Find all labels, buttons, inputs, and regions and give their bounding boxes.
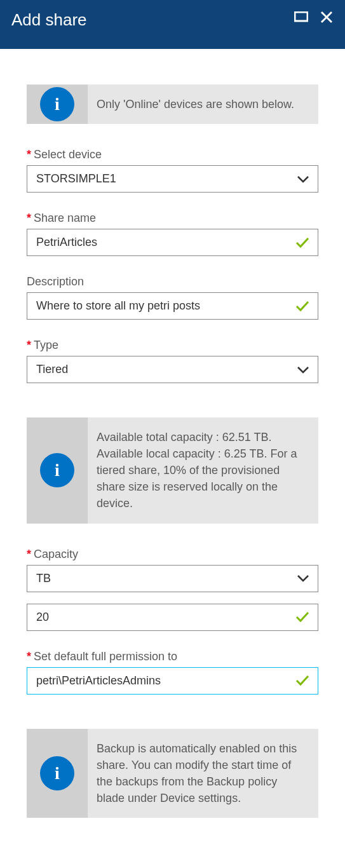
info-icon: i bbox=[40, 756, 74, 790]
description-field[interactable] bbox=[27, 292, 318, 320]
header-controls bbox=[294, 10, 334, 24]
select-device-dropdown[interactable]: STORSIMPLE1 bbox=[27, 165, 318, 193]
blade-title: Add share bbox=[11, 10, 87, 30]
info-box-online-devices: i Only 'Online' devices are shown below. bbox=[27, 85, 318, 124]
blade-content: i Only 'Online' devices are shown below.… bbox=[0, 49, 345, 831]
capacity-label: *Capacity bbox=[27, 548, 318, 561]
permission-input[interactable] bbox=[27, 667, 318, 695]
description-label: Description bbox=[27, 275, 318, 288]
info-box-backup: i Backup is automatically enabled on thi… bbox=[27, 729, 318, 818]
share-name-label: *Share name bbox=[27, 212, 318, 225]
info-text: Available total capacity : 62.51 TB. Ava… bbox=[88, 417, 318, 523]
select-device-value: STORSIMPLE1 bbox=[27, 165, 318, 193]
capacity-unit-value: TB bbox=[27, 565, 318, 592]
capacity-value-input[interactable] bbox=[27, 604, 318, 631]
info-icon: i bbox=[40, 453, 74, 487]
type-label: *Type bbox=[27, 339, 318, 352]
info-box-capacity: i Available total capacity : 62.51 TB. A… bbox=[27, 417, 318, 523]
share-name-input[interactable] bbox=[27, 229, 318, 256]
info-icon-wrap: i bbox=[27, 417, 88, 523]
svg-rect-0 bbox=[295, 12, 308, 21]
info-text: Backup is automatically enabled on this … bbox=[88, 729, 318, 818]
info-icon-wrap: i bbox=[27, 729, 88, 818]
blade-header: Add share bbox=[0, 0, 345, 49]
permission-label: *Set default full permission to bbox=[27, 650, 318, 663]
permission-field[interactable] bbox=[27, 667, 318, 695]
share-name-field[interactable] bbox=[27, 229, 318, 256]
capacity-unit-dropdown[interactable]: TB bbox=[27, 565, 318, 592]
info-icon: i bbox=[40, 87, 74, 121]
info-icon-wrap: i bbox=[27, 85, 88, 124]
restore-icon[interactable] bbox=[294, 11, 308, 23]
close-icon[interactable] bbox=[320, 10, 334, 24]
capacity-value-field[interactable] bbox=[27, 604, 318, 631]
type-dropdown[interactable]: Tiered bbox=[27, 356, 318, 383]
select-device-label: *Select device bbox=[27, 148, 318, 161]
description-input[interactable] bbox=[27, 292, 318, 320]
type-value: Tiered bbox=[27, 356, 318, 383]
info-text: Only 'Online' devices are shown below. bbox=[88, 85, 306, 124]
